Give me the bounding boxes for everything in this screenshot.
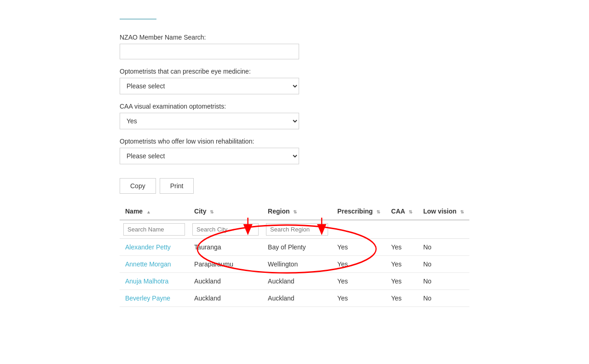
cell-low-vision: No (418, 273, 469, 290)
name-search-section: NZAO Member Name Search: (120, 34, 469, 59)
name-link[interactable]: Annette Morgan (125, 260, 171, 268)
sort-prescribing-icon: ⇅ (376, 209, 380, 214)
name-search-input[interactable] (120, 44, 299, 59)
name-link[interactable]: Beverley Payne (125, 295, 170, 302)
name-link[interactable]: Alexander Petty (125, 243, 171, 251)
action-buttons: Copy Print (120, 178, 469, 194)
search-city-input[interactable] (192, 223, 259, 236)
col-header-name[interactable]: Name ▲ (120, 203, 189, 220)
print-button[interactable]: Print (160, 178, 194, 194)
name-search-label: NZAO Member Name Search: (120, 34, 469, 41)
cell-prescribing: Yes (332, 256, 386, 273)
search-region-input[interactable] (266, 223, 328, 236)
caa-select[interactable]: Please select Yes No (120, 113, 299, 129)
prescribe-select[interactable]: Please select Yes No (120, 78, 299, 94)
search-city-cell (189, 220, 262, 239)
low-vision-select[interactable]: Please select Yes No (120, 148, 299, 164)
cell-city: Paraparaumu (189, 256, 262, 273)
cell-caa: Yes (386, 290, 418, 307)
table-row: Alexander Petty Tauranga Bay of Plenty Y… (120, 239, 469, 256)
caa-section: CAA visual examination optometrists: Ple… (120, 103, 469, 129)
table-search-row (120, 220, 469, 239)
cell-name: Anuja Malhotra (120, 273, 189, 290)
cell-region: Wellington (262, 256, 332, 273)
col-header-low-vision[interactable]: Low vision ⇅ (418, 203, 469, 220)
table-row: Anuja Malhotra Auckland Auckland Yes Yes… (120, 273, 469, 290)
cell-low-vision: No (418, 239, 469, 256)
cell-name: Alexander Petty (120, 239, 189, 256)
cell-name: Annette Morgan (120, 256, 189, 273)
cell-low-vision: No (418, 290, 469, 307)
table-row: Beverley Payne Auckland Auckland Yes Yes… (120, 290, 469, 307)
cell-caa: Yes (386, 273, 418, 290)
cell-region: Auckland (262, 290, 332, 307)
search-name-cell (120, 220, 189, 239)
search-name-input[interactable] (123, 223, 185, 236)
top-divider (120, 18, 156, 20)
cell-caa: Yes (386, 256, 418, 273)
sort-name-icon: ▲ (146, 209, 151, 214)
cell-prescribing: Yes (332, 290, 386, 307)
table-row: Annette Morgan Paraparaumu Wellington Ye… (120, 256, 469, 273)
search-region-cell (262, 220, 332, 239)
cell-region: Auckland (262, 273, 332, 290)
cell-city: Auckland (189, 273, 262, 290)
col-header-caa[interactable]: CAA ⇅ (386, 203, 418, 220)
search-prescribing-cell (332, 220, 386, 239)
prescribe-section: Optometrists that can prescribe eye medi… (120, 68, 469, 94)
cell-name: Beverley Payne (120, 290, 189, 307)
cell-prescribing: Yes (332, 239, 386, 256)
col-header-city[interactable]: City ⇅ (189, 203, 262, 220)
cell-city: Auckland (189, 290, 262, 307)
sort-city-icon: ⇅ (210, 209, 214, 214)
search-caa-cell (386, 220, 418, 239)
col-header-prescribing[interactable]: Prescribing ⇅ (332, 203, 386, 220)
sort-low-vision-icon: ⇅ (460, 209, 464, 214)
low-vision-section: Optometrists who offer low vision rehabi… (120, 138, 469, 164)
cell-low-vision: No (418, 256, 469, 273)
results-table-wrapper: Name ▲ City ⇅ Region ⇅ Prescribing ⇅ (120, 203, 469, 307)
col-header-region[interactable]: Region ⇅ (262, 203, 332, 220)
table-header-row: Name ▲ City ⇅ Region ⇅ Prescribing ⇅ (120, 203, 469, 220)
cell-prescribing: Yes (332, 273, 386, 290)
cell-caa: Yes (386, 239, 418, 256)
sort-caa-icon: ⇅ (409, 209, 412, 214)
name-link[interactable]: Anuja Malhotra (125, 277, 168, 285)
results-table: Name ▲ City ⇅ Region ⇅ Prescribing ⇅ (120, 203, 469, 307)
caa-label: CAA visual examination optometrists: (120, 103, 469, 110)
copy-button[interactable]: Copy (120, 178, 156, 194)
cell-city: Tauranga (189, 239, 262, 256)
low-vision-label: Optometrists who offer low vision rehabi… (120, 138, 469, 145)
sort-region-icon: ⇅ (293, 209, 297, 214)
prescribe-label: Optometrists that can prescribe eye medi… (120, 68, 469, 75)
search-low-vision-cell (418, 220, 469, 239)
cell-region: Bay of Plenty (262, 239, 332, 256)
